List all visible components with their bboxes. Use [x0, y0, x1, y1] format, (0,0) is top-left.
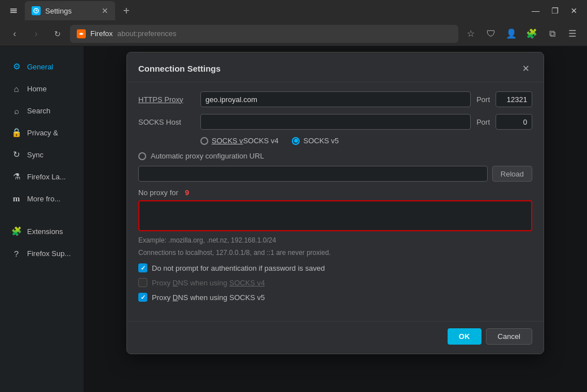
- extensions-button[interactable]: 🧩: [523, 25, 541, 43]
- socks5-radio[interactable]: SOCKS v5: [292, 136, 339, 145]
- sidebar-item-search[interactable]: ⌕ Search: [2, 100, 81, 121]
- https-proxy-input[interactable]: [200, 91, 471, 107]
- sidebar-label-home: Home: [27, 85, 47, 93]
- reload-nav-button[interactable]: ↻: [49, 25, 67, 43]
- sidebar-item-general[interactable]: ⚙ General: [2, 56, 81, 77]
- sidebar-label-privacy: Privacy &: [27, 129, 58, 137]
- extensions-sidebar-icon: 🧩: [11, 226, 21, 236]
- shield-button[interactable]: 🛡: [482, 25, 500, 43]
- back-button[interactable]: ‹: [6, 25, 24, 43]
- socks-host-label: SOCKS Host: [138, 118, 195, 126]
- nav-action-buttons: ☆ 🛡 👤 🧩 ⧉ ☰: [462, 25, 581, 43]
- forward-button[interactable]: ›: [27, 25, 45, 43]
- dns-socks4-checkbox-label: Proxy DNS when using SOCKS v4: [152, 279, 265, 287]
- sidebar-item-home[interactable]: ⌂ Home: [2, 78, 81, 99]
- sidebar-item-firefox-labs[interactable]: ⚗ Firefox La...: [2, 166, 81, 187]
- modal-overlay: Connection Settings ✕ HTTPS Proxy Port S…: [84, 46, 587, 392]
- address-bar[interactable]: Firefox about:preferences: [70, 25, 458, 43]
- svg-rect-0: [10, 8, 17, 10]
- settings-tab[interactable]: Settings ✕: [25, 1, 115, 20]
- socks-host-input[interactable]: [200, 114, 471, 130]
- address-url: about:preferences: [117, 29, 177, 38]
- dns-socks5-checkbox-label: Proxy DNS when using SOCKS v5: [152, 293, 265, 302]
- main-area: ⚙ General ⌂ Home ⌕ Search 🔒 Privacy & ↻ …: [0, 46, 587, 392]
- sidebar-label-labs: Firefox La...: [27, 173, 66, 181]
- container-button[interactable]: ⧉: [543, 25, 561, 43]
- window-controls: — ❐ ✕: [527, 2, 582, 19]
- close-button[interactable]: ✕: [566, 2, 582, 19]
- general-icon: ⚙: [11, 61, 21, 72]
- socks-host-row: SOCKS Host Port: [138, 114, 532, 130]
- menu-button[interactable]: ☰: [563, 25, 581, 43]
- new-tab-button[interactable]: +: [119, 5, 134, 17]
- socks4-radio-circle: [200, 137, 208, 145]
- sidebar-item-extensions[interactable]: 🧩 Extensions: [2, 221, 81, 242]
- socks5-radio-label: SOCKS v5: [303, 136, 339, 145]
- sidebar-label-support: Firefox Sup...: [27, 249, 71, 258]
- bookmark-button[interactable]: ☆: [462, 25, 480, 43]
- sidebar-item-privacy[interactable]: 🔒 Privacy &: [2, 122, 81, 143]
- reload-button[interactable]: Reload: [492, 166, 532, 182]
- sidebar: ⚙ General ⌂ Home ⌕ Search 🔒 Privacy & ↻ …: [0, 46, 84, 392]
- socks4-radio[interactable]: SOCKS vSOCKS v4: [200, 136, 278, 145]
- https-port-input[interactable]: [496, 91, 532, 107]
- https-proxy-row: HTTPS Proxy Port: [138, 91, 532, 107]
- tab-list-button[interactable]: [5, 2, 23, 20]
- auto-proxy-label: Automatic proxy configuration URL: [151, 152, 264, 160]
- content-area: Connection Settings ✕ HTTPS Proxy Port S…: [84, 46, 587, 392]
- socks5-radio-circle: [292, 137, 300, 145]
- auth-checkbox[interactable]: [138, 263, 147, 272]
- dialog-close-button[interactable]: ✕: [519, 61, 532, 75]
- no-proxy-header: No proxy for 9: [138, 188, 532, 197]
- svg-rect-1: [10, 10, 17, 11]
- auto-proxy-url-row: Reload: [138, 166, 532, 182]
- dialog-body: HTTPS Proxy Port SOCKS Host Port: [127, 82, 544, 316]
- home-icon: ⌂: [11, 83, 21, 94]
- https-proxy-label: HTTPS Proxy: [138, 95, 195, 104]
- dialog-title: Connection Settings: [138, 64, 221, 73]
- navigation-bar: ‹ › ↻ Firefox about:preferences ☆ 🛡 👤 🧩 …: [0, 21, 587, 46]
- checkbox-dns-socks4-row: Proxy DNS when using SOCKS v4: [138, 278, 532, 287]
- minimize-button[interactable]: —: [527, 2, 544, 19]
- socks-version-radio-group: SOCKS vSOCKS v4 SOCKS v5: [138, 136, 532, 145]
- connection-settings-dialog: Connection Settings ✕ HTTPS Proxy Port S…: [126, 52, 544, 354]
- tab-bar: Settings ✕ +: [25, 1, 525, 20]
- no-proxy-section: No proxy for 9 Example: .mozilla.org, .n…: [138, 188, 532, 258]
- sidebar-label-more: More fro...: [27, 195, 60, 203]
- dns-socks5-checkbox[interactable]: [138, 293, 147, 302]
- dialog-footer: OK Cancel: [127, 321, 544, 354]
- socks-port-input[interactable]: [496, 114, 532, 130]
- socks4-radio-label: SOCKS vSOCKS v4: [212, 136, 278, 145]
- checkbox-dns-socks5-row: Proxy DNS when using SOCKS v5: [138, 293, 532, 302]
- sidebar-item-support[interactable]: ? Firefox Sup...: [2, 243, 81, 264]
- sidebar-label-general: General: [27, 63, 53, 71]
- account-button[interactable]: 👤: [502, 25, 520, 43]
- sidebar-item-more[interactable]: m More fro...: [2, 188, 81, 209]
- auto-proxy-radio-circle[interactable]: [138, 152, 146, 160]
- tab-favicon: [32, 6, 41, 15]
- checkbox-auth-row: Do not prompt for authentication if pass…: [138, 263, 532, 272]
- cancel-button[interactable]: Cancel: [486, 328, 532, 345]
- socks-port-label: Port: [476, 118, 490, 126]
- maximize-button[interactable]: ❐: [546, 2, 563, 19]
- no-proxy-textarea[interactable]: [138, 200, 532, 231]
- auto-proxy-url-input[interactable]: [138, 166, 488, 182]
- dns-socks4-checkbox[interactable]: [138, 278, 147, 287]
- ok-button[interactable]: OK: [448, 328, 481, 345]
- browser-brand: Firefox: [90, 29, 113, 38]
- no-proxy-hint1: Example: .mozilla.org, .net.nz, 192.168.…: [138, 235, 532, 245]
- more-icon: m: [11, 193, 21, 204]
- browser-titlebar: Settings ✕ + — ❐ ✕: [0, 0, 587, 21]
- sidebar-item-sync[interactable]: ↻ Sync: [2, 144, 81, 165]
- site-favicon: [77, 29, 86, 38]
- tab-close-button[interactable]: ✕: [102, 6, 108, 15]
- auth-checkbox-label: Do not prompt for authentication if pass…: [152, 264, 325, 272]
- lock-icon: 🔒: [11, 127, 21, 138]
- labs-icon: ⚗: [11, 171, 21, 182]
- no-proxy-label: No proxy for: [138, 188, 178, 197]
- dialog-header: Connection Settings ✕: [127, 52, 544, 82]
- sidebar-label-search: Search: [27, 107, 50, 115]
- svg-rect-2: [10, 12, 17, 13]
- https-port-label: Port: [476, 95, 490, 104]
- sidebar-label-sync: Sync: [27, 151, 43, 159]
